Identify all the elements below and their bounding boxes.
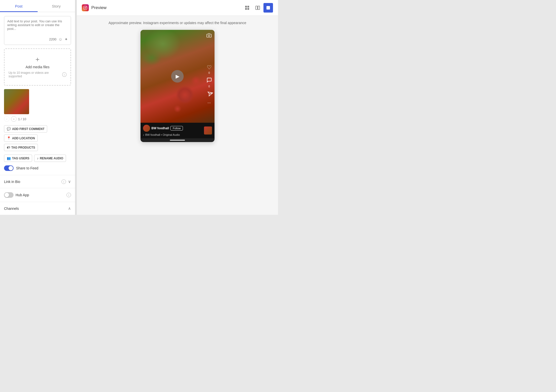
hub-app-left: Hub App: [4, 192, 29, 198]
left-panel: Post Story 2200 ☺ ✦ + Add media files Up…: [0, 0, 75, 215]
svg-point-1: [85, 7, 86, 8]
hub-info-icon[interactable]: i: [66, 193, 71, 197]
post-footer: BW foodhall Follow ♪ BW foodhall • Origi…: [141, 123, 215, 138]
hub-app-toggle[interactable]: [4, 192, 14, 198]
add-media-label: Add media files: [26, 65, 50, 69]
svg-rect-0: [84, 6, 87, 9]
thumbnail-nav: ‹ › 1 / 10: [4, 116, 71, 122]
nav-next-button[interactable]: ›: [11, 116, 17, 122]
channels-label: Channels: [4, 207, 19, 211]
add-location-button[interactable]: 📍 ADD LOCATION: [4, 135, 38, 142]
play-button[interactable]: ▶: [171, 70, 184, 83]
svg-rect-8: [258, 6, 260, 10]
post-text-area: 2200 ☺ ✦: [4, 16, 71, 45]
follow-button[interactable]: Follow: [170, 126, 183, 130]
user-avatar: [143, 125, 150, 132]
tab-story[interactable]: Story: [38, 0, 75, 12]
post-image: ▶ ♡ 0 0: [141, 30, 215, 123]
preview-content: Approximate preview. Instagram experimen…: [77, 16, 278, 215]
chevron-right-icon: ›: [13, 117, 14, 120]
nav-counter: 1 / 10: [18, 117, 26, 121]
svg-rect-7: [256, 6, 257, 10]
nav-prev-button[interactable]: ‹: [4, 116, 10, 122]
link-chevron-icon: ∨: [68, 179, 71, 184]
channels-section[interactable]: Channels ∧: [0, 202, 75, 215]
instagram-icon: [82, 4, 89, 11]
textarea-footer: 2200 ☺ ✦: [7, 37, 68, 42]
plus-icon: +: [35, 56, 39, 63]
like-count: 0: [208, 71, 210, 74]
preview-hint: Approximate preview. Instagram experimen…: [108, 21, 246, 25]
comment-icon: 💬: [7, 127, 11, 131]
emoji-icon[interactable]: ☺: [58, 37, 62, 42]
toggle-label: Share to Feed: [16, 166, 38, 170]
media-hint: Up to 10 images or videos are supported …: [9, 71, 66, 78]
comment-bubble-icon: [206, 77, 212, 84]
channels-chevron-icon: ∧: [68, 206, 71, 211]
left-content: 2200 ☺ ✦ + Add media files Up to 10 imag…: [0, 12, 75, 175]
audio-line: ♪ BW foodhall • Original Audio: [143, 133, 183, 136]
channels-right: ∧: [68, 206, 71, 211]
img-placeholder: [4, 89, 29, 114]
magic-icon[interactable]: ✦: [64, 37, 68, 42]
add-first-comment-button[interactable]: 💬 ADD FIRST COMMENT: [4, 125, 47, 133]
tag-products-button[interactable]: 🏷 TAG PRODUCTS: [4, 144, 38, 151]
tag-users-button[interactable]: 👥 TAG USERS: [4, 155, 32, 162]
char-count: 2200: [49, 37, 56, 41]
svg-rect-5: [245, 8, 247, 10]
svg-rect-6: [247, 8, 249, 10]
music-note-icon: ♪: [143, 133, 145, 136]
tab-post[interactable]: Post: [0, 0, 38, 12]
play-icon: ▶: [176, 73, 179, 79]
hub-app-section[interactable]: Hub App i: [0, 188, 75, 202]
preview-header: Preview: [77, 0, 278, 16]
users-icon: 👥: [7, 156, 11, 160]
like-action[interactable]: ♡ 0: [207, 64, 212, 74]
tag-icon: 🏷: [7, 146, 10, 149]
comment-count: 0: [208, 85, 210, 88]
rename-audio-button[interactable]: ♪ RENAME AUDIO: [34, 155, 66, 162]
preview-title: Preview: [91, 5, 106, 10]
post-footer-left: BW foodhall Follow ♪ BW foodhall • Origi…: [143, 125, 183, 136]
camera-icon: [206, 33, 212, 39]
post-text-input[interactable]: [7, 19, 68, 34]
svg-rect-3: [245, 6, 247, 8]
username: BW foodhall: [152, 126, 169, 130]
send-icon: [205, 90, 213, 98]
action-buttons-row1: 💬 ADD FIRST COMMENT 📍 ADD LOCATION 🏷 TAG…: [4, 125, 71, 151]
location-icon: 📍: [7, 136, 11, 140]
send-action[interactable]: [206, 91, 212, 98]
link-in-bio-controls: i ∨: [61, 179, 71, 184]
side-actions: ♡ 0 0: [206, 64, 212, 105]
action-buttons-row2: 👥 TAG USERS ♪ RENAME AUDIO: [4, 155, 71, 162]
more-action[interactable]: ···: [207, 101, 211, 105]
split-view-button[interactable]: [253, 3, 262, 13]
thumbnail-row: ‹ › 1 / 10: [4, 89, 71, 122]
tabs: Post Story: [0, 0, 75, 12]
post-footer-thumbnail: [204, 126, 212, 135]
media-info-icon[interactable]: i: [62, 72, 66, 77]
svg-rect-4: [247, 6, 249, 8]
link-info-icon[interactable]: i: [61, 179, 66, 184]
more-icon: ···: [207, 101, 211, 105]
grid-view-button[interactable]: [242, 3, 252, 13]
single-view-button[interactable]: [263, 3, 273, 13]
share-to-feed-toggle[interactable]: [4, 165, 14, 171]
hub-app-right: i: [66, 193, 71, 197]
toggle-row: Share to Feed: [4, 165, 71, 171]
svg-point-9: [208, 35, 210, 37]
media-dropzone[interactable]: + Add media files Up to 10 images or vid…: [4, 48, 71, 86]
svg-marker-11: [206, 91, 213, 97]
preview-title-area: Preview: [82, 4, 106, 11]
svg-point-2: [86, 7, 87, 7]
comment-action[interactable]: 0: [206, 77, 212, 88]
hub-app-toggle-knob: [5, 193, 9, 197]
thumbnail-image: [4, 89, 29, 114]
chevron-left-icon: ‹: [6, 117, 7, 120]
right-panel: Preview: [77, 0, 278, 215]
preview-view-icons: [242, 3, 273, 13]
link-in-bio-section[interactable]: Link in Bio i ∨: [0, 175, 75, 188]
toggle-knob: [9, 166, 13, 170]
heart-icon: ♡: [207, 64, 212, 71]
phone-mockup: ▶ ♡ 0 0: [141, 30, 215, 142]
